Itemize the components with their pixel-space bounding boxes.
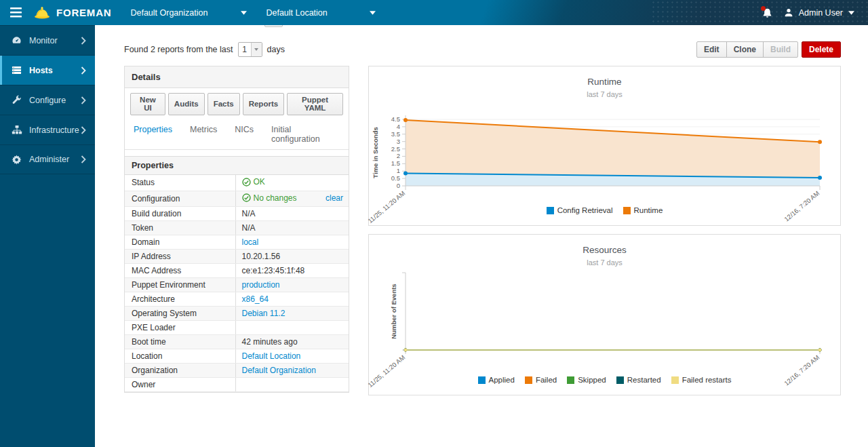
chart-title: Resources [369, 245, 840, 255]
chevron-right-icon [81, 126, 86, 134]
details-tabs: PropertiesMetricsNICsInitial configurati… [125, 120, 349, 150]
tab-metrics[interactable]: Metrics [189, 121, 218, 149]
tab-initial-configuration[interactable]: Initial configuration [271, 121, 340, 149]
legend-swatch [623, 207, 631, 214]
svg-text:2: 2 [397, 152, 400, 159]
property-label: PXE Loader [125, 321, 235, 335]
svg-text:1.5: 1.5 [391, 159, 400, 167]
tab-nics[interactable]: NICs [234, 121, 254, 149]
puppet-yaml-button[interactable]: Puppet YAML [287, 93, 343, 115]
hamburger-menu-icon[interactable] [0, 0, 31, 25]
legend-swatch [547, 207, 554, 214]
days-select[interactable]: 1 [238, 42, 262, 57]
table-row: MAC Addressce:e1:23:45:1f:48 [125, 264, 349, 278]
legend-swatch [567, 376, 574, 384]
property-label: Owner [125, 378, 235, 392]
notifications-bell-icon[interactable] [762, 7, 772, 18]
chevron-right-icon [81, 66, 86, 75]
sidebar-item-administer[interactable]: Administer [0, 144, 95, 174]
sidebar-item-label: Hosts [29, 66, 53, 75]
property-value-link[interactable]: production [242, 280, 280, 290]
clear-link[interactable]: clear [326, 193, 343, 203]
legend-item-failed[interactable]: Failed [525, 376, 557, 384]
legend-item-applied[interactable]: Applied [478, 376, 515, 384]
days-select-value: 1 [239, 43, 251, 56]
svg-text:2.5: 2.5 [391, 145, 400, 153]
details-panel-title: Details [125, 66, 349, 88]
sidebar-item-configure[interactable]: Configure [0, 85, 95, 115]
caret-down-icon [370, 11, 376, 15]
sidebar-item-label: Infrastructure [29, 125, 79, 135]
table-row: StatusOK [125, 175, 349, 191]
y-axis-label: Time in Seconds [372, 127, 379, 178]
edit-button[interactable]: Edit [696, 41, 727, 58]
new-ui-button[interactable]: New UI [130, 93, 165, 115]
svg-text:0.5: 0.5 [391, 174, 400, 182]
property-value-link[interactable]: Default Location [242, 351, 301, 361]
chart-subtitle: last 7 days [369, 258, 840, 267]
tab-properties[interactable]: Properties [133, 121, 173, 149]
facts-button[interactable]: Facts [208, 93, 240, 115]
sidebar-item-monitor[interactable]: Monitor [0, 25, 95, 55]
property-value-link[interactable]: Default Organization [242, 366, 316, 375]
y-axis-label: Number of Events [390, 284, 397, 338]
property-value [235, 378, 349, 392]
chart-legend: Config RetrievalRuntime [369, 206, 840, 214]
table-row: Domainlocal [125, 235, 349, 250]
property-value: local [235, 235, 349, 250]
table-row: Boot time42 minutes ago [125, 335, 349, 349]
property-value: x86_64 [235, 292, 349, 307]
organization-switcher[interactable]: Default Organization [130, 8, 247, 18]
legend-label: Applied [489, 376, 515, 384]
runtime-chart-plot: 00.511.522.533.544.511/25, 11:20 AM12/16… [369, 100, 840, 212]
reports-button[interactable]: Reports [243, 93, 284, 115]
resources-chart-plot: 11/25, 11:20 AM12/16, 7:20 AMNumber of E… [369, 269, 840, 381]
server-icon [12, 65, 23, 75]
legend-label: Config Retrieval [557, 206, 613, 214]
legend-swatch [525, 376, 532, 384]
property-value: OK [235, 175, 349, 191]
user-menu[interactable]: Admin User [784, 7, 854, 18]
status-ok-value: OK [242, 177, 265, 187]
table-row: Puppet Environmentproduction [125, 278, 349, 292]
table-row: Architecturex86_64 [125, 292, 349, 307]
table-row: LocationDefault Location [125, 349, 349, 364]
property-label: MAC Address [125, 264, 235, 278]
charts-column: Runtimelast 7 days00.511.522.533.544.511… [368, 66, 841, 395]
chart-subtitle: last 7 days [369, 90, 840, 98]
property-value-link[interactable]: Debian 11.2 [242, 309, 285, 318]
resources-chart-panel: Resourceslast 7 days11/25, 11:20 AM12/16… [368, 234, 841, 395]
property-label: Operating System [125, 307, 235, 321]
legend-item-skipped[interactable]: Skipped [567, 376, 606, 384]
clone-button[interactable]: Clone [726, 41, 764, 58]
build-button[interactable]: Build [763, 41, 798, 58]
property-label: Boot time [125, 335, 235, 349]
property-value: 10.20.1.56 [235, 250, 349, 264]
sidebar-item-hosts[interactable]: Hosts [0, 55, 95, 85]
legend-swatch [616, 376, 624, 384]
property-value-link[interactable]: x86_64 [242, 294, 269, 304]
table-row: TokenN/A [125, 221, 349, 235]
legend-item-failed-restarts[interactable]: Failed restarts [671, 376, 732, 384]
check-circle-icon [242, 178, 251, 187]
property-value-link[interactable]: local [242, 237, 259, 247]
property-value: ce:e1:23:45:1f:48 [235, 264, 349, 278]
property-label: Location [125, 349, 235, 364]
property-label: Build duration [125, 207, 235, 221]
location-switcher[interactable]: Default Location [266, 8, 376, 18]
legend-item-runtime[interactable]: Runtime [623, 206, 663, 214]
legend-item-config-retrieval[interactable]: Config Retrieval [547, 206, 613, 214]
foreman-logo[interactable]: FOREMAN [34, 6, 111, 19]
report-toolbar: Found 2 reports from the last 1 days Edi… [124, 41, 841, 58]
organization-label: Default Organization [130, 8, 208, 18]
delete-button[interactable]: Delete [802, 41, 841, 58]
runtime-chart-panel: Runtimelast 7 days00.511.522.533.544.511… [368, 66, 841, 226]
properties-table: StatusOKConfigurationNo changesclearBuil… [125, 175, 349, 392]
days-select-caret-icon [251, 43, 262, 56]
sidebar-item-infrastructure[interactable]: Infrastructure [0, 115, 95, 144]
legend-item-restarted[interactable]: Restarted [616, 376, 661, 384]
brand-name: FOREMAN [56, 7, 111, 18]
chevron-right-icon [81, 155, 86, 163]
table-row: Operating SystemDebian 11.2 [125, 307, 349, 321]
audits-button[interactable]: Audits [168, 93, 205, 115]
